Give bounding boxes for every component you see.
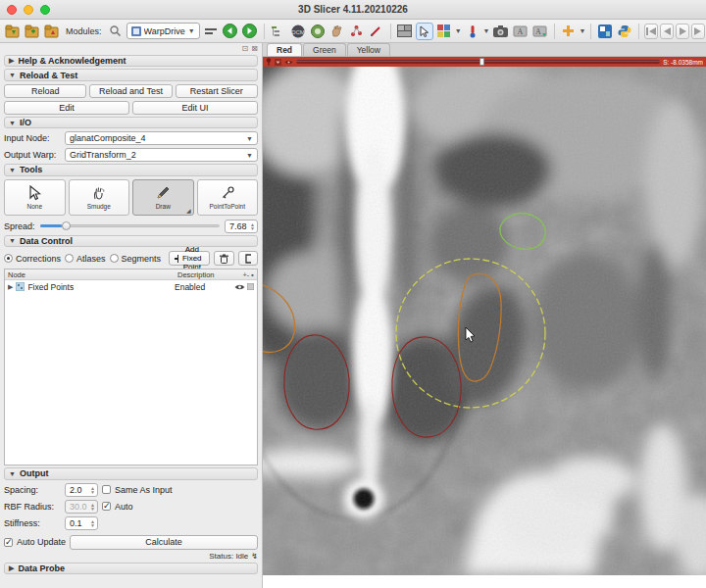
slice-viewer: Red Green Yellow S: -8.0358mm (263, 43, 706, 588)
clear-corrections-button[interactable] (238, 251, 258, 266)
slider-handle[interactable] (62, 221, 71, 230)
module-history-icon[interactable] (202, 23, 220, 40)
auto-update-checkbox[interactable] (4, 538, 13, 547)
red-slice-view[interactable] (263, 67, 706, 575)
calculate-button[interactable]: Calculate (70, 535, 258, 550)
tool-smudge-button[interactable]: Smudge (69, 179, 130, 216)
extensions-manager-button[interactable] (596, 23, 614, 40)
spacing-spinbox[interactable]: 2.0 ▲▼ (65, 483, 98, 497)
section-help[interactable]: ▶ Help & Acknowledgement (4, 55, 258, 67)
toolbar-separator (638, 24, 639, 39)
collapse-arrow-icon: ▶ (9, 564, 14, 572)
chevron-down-icon[interactable]: ▼ (455, 27, 462, 34)
section-io[interactable]: ▼ I/O (4, 117, 258, 128)
tree-row-fixed-points[interactable]: ▶ Fixed Points Enabled (5, 280, 257, 293)
markups-icon[interactable] (348, 23, 366, 40)
section-data-probe[interactable]: ▶ Data Probe (4, 563, 258, 574)
tab-yellow[interactable]: Yellow (347, 43, 390, 56)
section-tools[interactable]: ▼ Tools (4, 164, 258, 175)
window-level-button[interactable] (464, 23, 481, 40)
restart-slicer-button[interactable]: Restart Slicer (176, 84, 258, 98)
slice-slider-handle[interactable] (479, 58, 484, 66)
same-as-input-checkbox[interactable] (102, 485, 111, 494)
visibility-eye-icon[interactable] (234, 283, 245, 291)
reload-button[interactable]: Reload (4, 84, 86, 98)
main-toolbar: Modules: WarpDrive ▼ DCM ▼ ▼ A A ▼ (0, 20, 706, 43)
tool-none-button[interactable]: None (4, 179, 66, 216)
edit-button[interactable]: Edit (4, 101, 129, 115)
panel-popout-icon[interactable]: ⊠ (251, 44, 258, 53)
color-swatch-icon[interactable] (247, 283, 254, 290)
scene-view-restore-button[interactable]: A (531, 23, 549, 40)
modules-label: Modules: (66, 26, 102, 36)
spin-arrows-icon[interactable]: ▲▼ (90, 486, 95, 494)
add-fixed-point-button[interactable]: Add Fixed Point (169, 251, 210, 266)
load-data-icon[interactable] (24, 23, 41, 40)
section-reload-test[interactable]: ▼ Reload & Test (4, 69, 258, 80)
delete-points-button[interactable] (214, 251, 234, 266)
stiffness-value: 0.1 (70, 518, 88, 528)
rbf-radius-spinbox[interactable]: 30.0 ▲▼ (65, 500, 98, 514)
scene-view-capture-button[interactable]: A (512, 23, 530, 40)
scene-hierarchy-icon[interactable] (270, 23, 287, 40)
tab-green[interactable]: Green (303, 43, 346, 56)
edit-ui-button[interactable]: Edit UI (132, 101, 258, 115)
save-scene-icon[interactable] (43, 23, 61, 40)
slice-visibility-eye-icon[interactable] (284, 59, 293, 66)
output-warp-selector[interactable]: GridTransform_2 ▼ (65, 148, 258, 162)
python-console-button[interactable] (616, 23, 633, 40)
spin-arrows-icon[interactable]: ▲▼ (90, 519, 95, 527)
spread-slider[interactable] (40, 221, 220, 230)
pin-icon[interactable] (266, 58, 272, 66)
red-slice-controller[interactable]: S: -8.0358mm (263, 57, 706, 67)
slice-offset-slider[interactable] (296, 60, 660, 64)
chevron-down-icon: ▼ (246, 152, 253, 159)
chevron-down-icon[interactable]: ▼ (483, 27, 490, 34)
interaction-hand-icon[interactable] (328, 23, 346, 40)
seq-prev-frame-button[interactable] (660, 24, 674, 39)
load-dicom-icon[interactable] (4, 23, 22, 40)
section-tools-label: Tools (20, 165, 42, 174)
add-point-button[interactable] (560, 23, 578, 40)
corrections-tree[interactable]: Node Description +- ▪ ▶ Fixed Points Ena… (4, 269, 258, 466)
module-search-icon[interactable] (107, 23, 125, 40)
spin-arrows-icon[interactable]: ▲▼ (250, 222, 255, 230)
input-node-selector[interactable]: glanatComposite_4 ▼ (65, 131, 258, 145)
spread-spinbox[interactable]: 7.68 ▲▼ (225, 220, 258, 233)
previous-module-button[interactable] (222, 23, 239, 40)
tab-red[interactable]: Red (267, 43, 302, 56)
output-warp-value: GridTransform_2 (70, 150, 243, 160)
panel-pin-icon[interactable]: ⊡ (242, 44, 249, 53)
module-selector[interactable]: WarpDrive ▼ (126, 23, 200, 39)
volumes-icon[interactable] (309, 23, 327, 40)
mri-slice-image (263, 67, 706, 575)
expand-arrow-icon[interactable]: ▶ (8, 283, 13, 290)
annotation-pen-icon[interactable] (368, 23, 385, 40)
view-tabs: Red Green Yellow (263, 43, 706, 57)
seq-next-frame-button[interactable] (691, 24, 705, 39)
layout-selector-icon[interactable] (396, 23, 414, 40)
chevron-down-icon[interactable]: ▼ (580, 27, 586, 34)
crosshair-button[interactable] (435, 23, 453, 40)
tool-pointtopoint-button[interactable]: PointToPoint (197, 179, 259, 216)
mouse-mode-select-button[interactable] (416, 23, 433, 40)
next-module-button[interactable] (241, 23, 259, 40)
spread-value: 7.68 (229, 221, 248, 231)
seq-play-button[interactable] (676, 24, 689, 39)
tool-draw-button[interactable]: Draw ◢ (132, 179, 194, 216)
slice-menu-icon[interactable] (275, 59, 281, 66)
rbf-auto-checkbox[interactable] (102, 502, 111, 511)
reload-and-test-button[interactable]: Reload and Test (89, 84, 172, 98)
screenshot-button[interactable] (492, 23, 510, 40)
viewer-bottom-margin (263, 575, 706, 588)
section-output[interactable]: ▼ Output (4, 467, 258, 479)
section-data-control[interactable]: ▼ Data Control (4, 235, 258, 247)
seq-first-frame-button[interactable] (644, 24, 658, 39)
radio-atlases[interactable]: Atlases (65, 254, 106, 264)
dcm-database-icon[interactable]: DCM (289, 23, 307, 40)
slice-offset-value: S: -8.0358mm (663, 59, 703, 66)
stiffness-spinbox[interactable]: 0.1 ▲▼ (65, 516, 98, 530)
radio-corrections[interactable]: Corrections (4, 254, 61, 264)
toolbar-separator (554, 24, 555, 39)
radio-segments[interactable]: Segments (110, 254, 162, 264)
